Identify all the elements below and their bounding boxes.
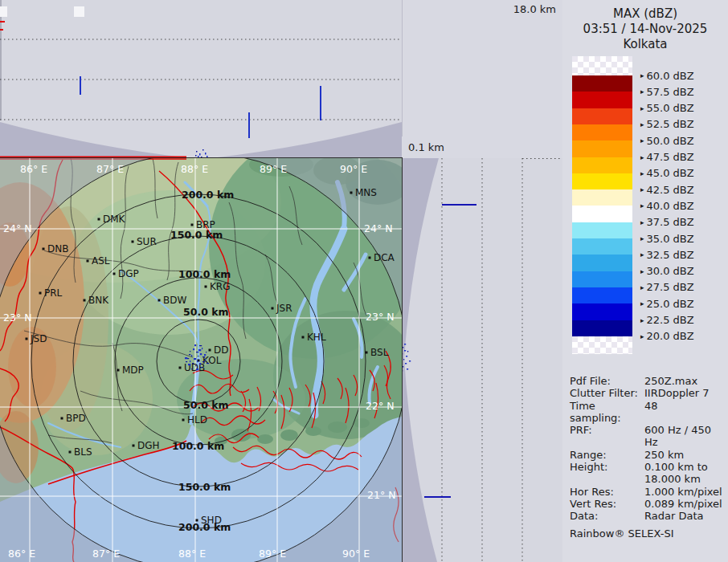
svg-text:SUR: SUR	[137, 236, 157, 247]
svg-text:BPD: BPD	[66, 413, 86, 424]
swatch-25.0-dBZ	[572, 303, 632, 320]
swatch-50.0-dBZ	[572, 140, 632, 157]
svg-text:24° N: 24° N	[3, 222, 31, 234]
svg-text:89° E: 89° E	[259, 548, 286, 560]
svg-text:BNK: BNK	[88, 295, 109, 306]
svg-text:150.0 km: 150.0 km	[178, 481, 231, 493]
svg-text:150.0 km: 150.0 km	[170, 229, 223, 241]
svg-text:50.0 km: 50.0 km	[183, 306, 229, 318]
svg-text:87° E: 87° E	[92, 548, 120, 560]
swatch-60.0-dBZ	[572, 75, 632, 92]
level-arrow-icon: ▸	[640, 216, 644, 229]
radar-site-name: Kolkata	[562, 37, 728, 52]
legend-level-label: ▸47.5 dBZ	[640, 151, 694, 164]
svg-text:KRG: KRG	[210, 281, 231, 292]
svg-text:JSR: JSR	[276, 303, 292, 314]
level-arrow-icon: ▸	[640, 167, 644, 180]
level-arrow-icon: ▸	[640, 297, 644, 310]
height-max-label: 18.0 km	[513, 3, 556, 15]
svg-text:89° E: 89° E	[260, 163, 287, 175]
svg-text:DNB: DNB	[47, 243, 68, 255]
legend-level-label: ▸57.5 dBZ	[640, 85, 694, 98]
svg-text:21° N: 21° N	[367, 489, 395, 501]
svg-text:88° E: 88° E	[181, 163, 208, 175]
swatch-47.5-dBZ	[572, 157, 632, 174]
svg-text:90° E: 90° E	[340, 163, 367, 175]
metadata-row: Time sampling:48	[570, 400, 726, 425]
metadata-row: Vert Res:0.089 km/pixel	[570, 498, 726, 510]
legend-level-label: ▸30.0 dBZ	[640, 265, 694, 278]
level-arrow-icon: ▸	[640, 248, 644, 261]
swatch-42.5-dBZ	[572, 189, 632, 206]
legend-level-label: ▸40.0 dBZ	[640, 199, 694, 212]
svg-text:22° N: 22° N	[366, 400, 394, 412]
level-arrow-icon: ▸	[640, 118, 644, 131]
legend-level-label: ▸20.0 dBZ	[640, 330, 694, 343]
legend-level-label: ▸35.0 dBZ	[640, 232, 694, 245]
svg-text:PRL: PRL	[44, 287, 63, 299]
svg-text:100.0 km: 100.0 km	[172, 440, 224, 452]
level-arrow-icon: ▸	[640, 265, 644, 278]
svg-text:MDP: MDP	[122, 364, 144, 376]
svg-text:86° E: 86° E	[8, 548, 35, 560]
height-axis-corner: 18.0 km 0.1 km	[402, 0, 567, 158]
legend-level-label: ▸25.0 dBZ	[640, 297, 694, 310]
level-arrow-icon: ▸	[640, 183, 644, 196]
svg-text:87° E: 87° E	[96, 163, 124, 175]
svg-text:200.0 km: 200.0 km	[182, 189, 234, 201]
radar-application-window: 18.0 km 0.1 km	[0, 0, 728, 562]
level-arrow-icon: ▸	[640, 330, 644, 343]
metadata-row: Range:250 km	[570, 449, 726, 461]
level-arrow-icon: ▸	[640, 232, 644, 245]
legend-panel: MAX (dBZ) 03:51 / 14-Nov-2025 Kolkata ▸6…	[562, 0, 728, 562]
level-arrow-icon: ▸	[640, 281, 644, 294]
svg-text:BDW: BDW	[163, 295, 186, 306]
svg-text:DMK: DMK	[103, 214, 126, 225]
top-height-profile-panel	[0, 0, 402, 158]
product-metadata: Pdf File:250Z.maxClutter Filter:IIRDoppl…	[570, 375, 726, 540]
svg-text:BRP: BRP	[196, 219, 215, 230]
svg-text:ASL: ASL	[92, 255, 110, 267]
svg-text:50.0 km: 50.0 km	[183, 399, 229, 411]
svg-text:DGH: DGH	[137, 440, 160, 451]
software-brand: Rainbow® SELEX-SI	[570, 527, 726, 540]
color-scale: ▸60.0 dBZ▸57.5 dBZ▸55.0 dBZ▸52.5 dBZ▸50.…	[572, 56, 725, 354]
swatch-below-min	[572, 336, 632, 354]
swatch-57.5-dBZ	[572, 92, 632, 108]
swatch-52.5-dBZ	[572, 124, 632, 141]
legend-level-label: ▸37.5 dBZ	[640, 216, 694, 229]
level-arrow-icon: ▸	[640, 314, 644, 327]
metadata-row: Hor Res:1.000 km/pixel	[570, 486, 726, 498]
svg-text:DD: DD	[214, 344, 228, 356]
level-arrow-icon: ▸	[640, 102, 644, 115]
radar-map-viewport[interactable]: 86° E87° E88° E89° E90° E86° E87° E88° E…	[0, 158, 402, 562]
product-title: MAX (dBZ)	[562, 6, 728, 22]
svg-text:MNS: MNS	[355, 187, 377, 198]
metadata-row: PRF:600 Hz / 450 Hz	[570, 424, 726, 449]
svg-text:DCA: DCA	[374, 252, 395, 263]
svg-text:BLS: BLS	[74, 446, 92, 458]
height-min-label: 0.1 km	[408, 141, 444, 153]
level-arrow-icon: ▸	[640, 85, 644, 98]
legend-level-label: ▸60.0 dBZ	[640, 69, 694, 82]
right-height-profile-panel	[402, 158, 567, 562]
legend-level-label: ▸42.5 dBZ	[640, 183, 694, 196]
svg-text:JSD: JSD	[30, 333, 47, 344]
svg-text:88° E: 88° E	[178, 548, 206, 560]
svg-text:100.0 km: 100.0 km	[178, 268, 231, 280]
swatch-above-max	[572, 56, 632, 75]
svg-text:23° N: 23° N	[3, 312, 31, 324]
svg-text:KHL: KHL	[307, 332, 326, 343]
metadata-row: Pdf File:250Z.max	[570, 375, 726, 387]
swatch-32.5-dBZ	[572, 255, 632, 271]
swatch-30.0-dBZ	[572, 271, 632, 288]
legend-level-label: ▸22.5 dBZ	[640, 314, 694, 327]
legend-level-label: ▸45.0 dBZ	[640, 167, 694, 180]
swatch-22.5-dBZ	[572, 320, 632, 337]
swatch-55.0-dBZ	[572, 108, 632, 125]
swatch-35.0-dBZ	[572, 238, 632, 255]
metadata-row: Data:Radar Data	[570, 510, 726, 522]
legend-level-label: ▸52.5 dBZ	[640, 118, 694, 131]
svg-text:DGP: DGP	[118, 268, 139, 279]
legend-level-label: ▸55.0 dBZ	[640, 102, 694, 115]
